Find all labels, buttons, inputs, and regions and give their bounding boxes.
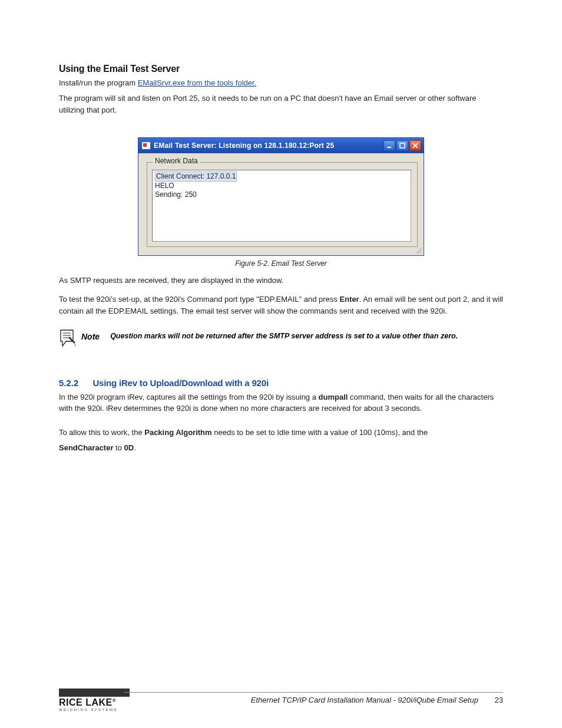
hex-0d-term: 0D (124, 443, 134, 452)
subsection-p2: To allow this to work, the Packing Algor… (59, 426, 503, 454)
intro-text-pre: Install/run the program (59, 78, 138, 87)
note-block: Note Question marks will not be returned… (59, 328, 503, 347)
footer-rule (124, 692, 503, 693)
page-footer: RICE LAKE® WEIGHING SYSTEMS Ethernet TCP… (59, 689, 503, 711)
log-line-2: HELO (155, 182, 174, 190)
intro-paragraph-2: The program will sit and listen on Port … (59, 93, 503, 116)
subsection-title: Using iRev to Upload/Download with a 920… (92, 378, 269, 388)
svg-rect-0 (387, 147, 391, 148)
after-fig-p2-a: To test the 920i's set-up, at the 920i's… (59, 295, 339, 304)
note-label: Note (81, 332, 100, 341)
page-number: 23 (495, 696, 503, 704)
footer-bar (59, 689, 130, 697)
sendcharacter-term: SendCharacter (59, 443, 113, 452)
note-text: Question marks will not be returned afte… (110, 332, 458, 340)
app-icon (142, 142, 150, 149)
subsection-522: 5.2.2 Using iRev to Upload/Download with… (59, 378, 503, 454)
sub-p1-a: In the 920i program iRev, captures all t… (59, 393, 319, 401)
close-button[interactable] (409, 140, 421, 151)
app-window: EMail Test Server: Listening on 128.1.18… (138, 137, 424, 256)
maximize-button[interactable] (396, 140, 408, 151)
screenshot-figure: EMail Test Server: Listening on 128.1.18… (138, 137, 424, 268)
log-listbox[interactable]: Client Connect: 127.0.0.1 HELO Sending: … (152, 170, 411, 242)
dumpall-term: dumpall (319, 393, 348, 401)
resize-grip-icon[interactable] (414, 246, 422, 254)
subsection-number: 5.2.2 (59, 378, 78, 388)
svg-rect-1 (400, 143, 405, 148)
sub-p2-mid: needs to be set to Idle time with a valu… (212, 428, 428, 437)
enter-key: Enter (339, 295, 359, 304)
exe-link[interactable]: EMailSrvr.exe from the tools folder. (138, 78, 257, 87)
subsection-p1: In the 920i program iRev, captures all t… (59, 391, 503, 414)
brand-tagline: WEIGHING SYSTEMS (59, 708, 503, 711)
log-line-3: Sending: 250 (155, 190, 197, 199)
after-fig-p1: As SMTP requests are received, they are … (59, 275, 503, 286)
groupbox-label: Network Data (153, 157, 200, 165)
figure-caption: Figure 5-2. Email Test Server (138, 259, 424, 268)
window-title: EMail Test Server: Listening on 128.1.18… (154, 141, 380, 150)
log-line-1: Client Connect: 127.0.0.1 (155, 172, 237, 182)
svg-line-4 (421, 252, 422, 253)
window-titlebar: EMail Test Server: Listening on 128.1.18… (138, 138, 424, 153)
packing-algorithm-term: Packing Algorithm (144, 428, 211, 437)
network-data-group: Client Connect: 127.0.0.1 HELO Sending: … (147, 162, 418, 247)
brand-name: RICE LAKE (59, 697, 113, 707)
section-heading: Using the Email Test Server (59, 64, 503, 74)
sub-p2-c: . (134, 443, 136, 452)
sub-p2-b: to (113, 443, 124, 452)
registered-icon: ® (113, 698, 116, 703)
minimize-button[interactable] (384, 140, 395, 151)
sub-p2-a: To allow this to work, the (59, 428, 144, 437)
note-icon (59, 328, 77, 347)
intro-paragraph-1: Install/run the program EMailSrvr.exe fr… (59, 78, 503, 89)
footer-doc-title: Ethernet TCP/IP Card Installation Manual… (251, 696, 503, 704)
footer-doc-name: Ethernet TCP/IP Card Installation Manual… (251, 696, 478, 704)
after-fig-p2: To test the 920i's set-up, at the 920i's… (59, 294, 503, 317)
